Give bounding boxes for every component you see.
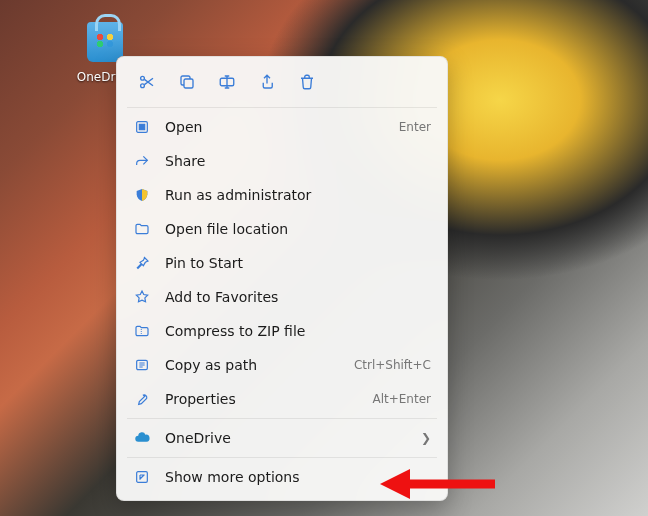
trash-icon [298,73,316,91]
menu-item-label: Pin to Start [165,255,431,271]
menu-item-copy-path[interactable]: Copy as path Ctrl+Shift+C [123,348,441,382]
rename-button[interactable] [209,65,245,99]
copy-icon [178,73,196,91]
scissors-icon [138,73,156,91]
menu-item-show-more[interactable]: Show more options [123,460,441,494]
share-button[interactable] [249,65,285,99]
folder-icon [133,220,151,238]
menu-item-shortcut: Alt+Enter [372,392,431,406]
menu-item-open-location[interactable]: Open file location [123,212,441,246]
rename-icon [218,73,236,91]
open-icon [133,118,151,136]
menu-item-share[interactable]: Share [123,144,441,178]
pin-icon [133,254,151,272]
context-menu: Open Enter Share Run as administrator Op… [116,56,448,501]
menu-item-shortcut: Ctrl+Shift+C [354,358,431,372]
menu-item-shortcut: Enter [399,120,431,134]
more-options-icon [133,468,151,486]
star-icon [133,288,151,306]
menu-item-label: Add to Favorites [165,289,431,305]
svg-rect-2 [184,79,193,88]
cloud-icon [133,429,151,447]
menu-item-properties[interactable]: Properties Alt+Enter [123,382,441,416]
menu-item-label: OneDrive [165,430,407,446]
desktop-background: OneDrive [0,0,648,516]
wrench-icon [133,390,151,408]
menu-item-pin-start[interactable]: Pin to Start [123,246,441,280]
delete-button[interactable] [289,65,325,99]
menu-item-label: Compress to ZIP file [165,323,431,339]
menu-item-run-admin[interactable]: Run as administrator [123,178,441,212]
copy-button[interactable] [169,65,205,99]
menu-item-onedrive[interactable]: OneDrive ❯ [123,421,441,455]
copy-path-icon [133,356,151,374]
svg-point-1 [141,84,145,88]
menu-item-open[interactable]: Open Enter [123,110,441,144]
menu-item-add-favorites[interactable]: Add to Favorites [123,280,441,314]
zip-icon [133,322,151,340]
cut-button[interactable] [129,65,165,99]
menu-item-label: Run as administrator [165,187,431,203]
separator [127,107,437,108]
menu-item-label: Properties [165,391,358,407]
svg-rect-5 [139,124,144,129]
separator [127,457,437,458]
share-icon [258,73,276,91]
svg-point-0 [141,76,145,80]
menu-item-label: Share [165,153,431,169]
share-arrow-icon [133,152,151,170]
menu-item-compress[interactable]: Compress to ZIP file [123,314,441,348]
shield-icon [133,186,151,204]
menu-item-label: Open [165,119,385,135]
separator [127,418,437,419]
context-toolbar [123,63,441,105]
chevron-right-icon: ❯ [421,431,431,445]
menu-item-label: Open file location [165,221,431,237]
menu-item-label: Show more options [165,469,431,485]
menu-item-label: Copy as path [165,357,340,373]
